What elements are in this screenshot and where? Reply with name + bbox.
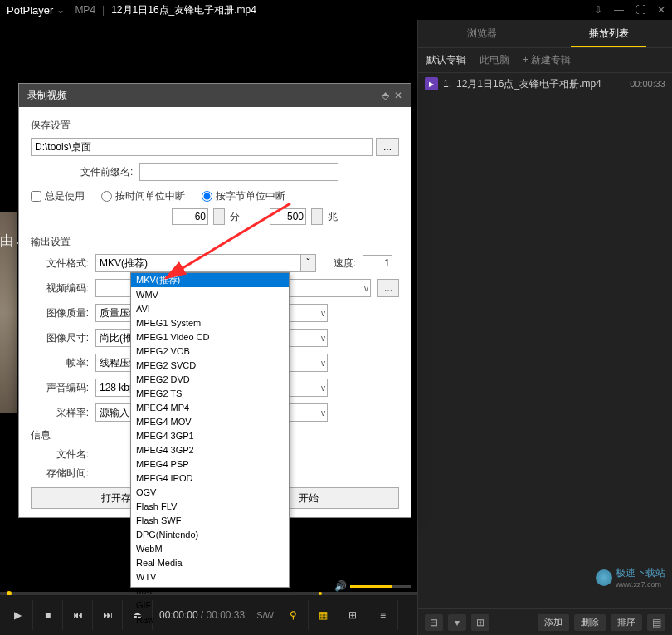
path-input[interactable]: [31, 138, 373, 156]
next-button[interactable]: ⏭: [93, 600, 123, 630]
format-option[interactable]: MPEG4 3GP1: [131, 428, 289, 442]
list-button[interactable]: ▦: [309, 600, 338, 630]
minimize-icon[interactable]: —: [614, 4, 624, 16]
byte-unit: 兆: [328, 210, 338, 224]
format-option[interactable]: AVI: [131, 301, 289, 315]
side-panel: 浏览器 播放列表 默认专辑 此电脑 + 新建专辑 ▶ 1. 12月1日16点_友…: [417, 20, 672, 635]
divider: |: [102, 4, 105, 16]
format-option[interactable]: Flash SWF: [131, 513, 289, 527]
item-name: 12月1日16点_友锋电子相册.mp4: [456, 77, 601, 91]
format-option[interactable]: MXF: [131, 584, 289, 598]
format-option[interactable]: DPG(Nintendo): [131, 527, 289, 541]
venc-label: 视频编码:: [31, 281, 89, 296]
time-unit: 分: [230, 210, 240, 224]
time-num-input[interactable]: [172, 208, 208, 225]
watermark-url: www.xz7.com: [616, 580, 665, 589]
stime-label: 存储时间:: [31, 466, 89, 481]
close-icon[interactable]: ✕: [657, 4, 665, 16]
format-option[interactable]: GIF: [131, 598, 289, 612]
format-option[interactable]: WTV: [131, 569, 289, 584]
format-option[interactable]: WebM: [131, 541, 289, 555]
dialog-titlebar[interactable]: 录制视频 ⬘ ✕: [19, 84, 411, 107]
browse-button[interactable]: ...: [376, 138, 399, 156]
pl-delete[interactable]: 删除: [574, 614, 606, 631]
format-option[interactable]: MPEG2 VOB: [131, 344, 289, 358]
playlist-toolbar: ⊟ ▾ ⊞ 添加 删除 排序 ▤: [418, 608, 672, 635]
speed-input[interactable]: [363, 255, 392, 271]
save-section-label: 保存设置: [31, 119, 399, 133]
file-title: 12月1日16点_友锋电子相册.mp4: [111, 3, 256, 17]
break-time-radio[interactable]: 按时间单位中断: [101, 189, 185, 203]
fname-label: 文件名:: [31, 447, 89, 462]
pl-add[interactable]: 添加: [538, 614, 569, 631]
format-combo[interactable]: MKV(推荐)ˇ: [95, 254, 316, 272]
pl-btn-2[interactable]: ▾: [448, 614, 466, 631]
side-tabs: 浏览器 播放列表: [418, 20, 672, 48]
tab-playlist[interactable]: 播放列表: [545, 20, 672, 47]
byte-spinner[interactable]: [311, 208, 323, 225]
dialog-pin-icon[interactable]: ⬘: [382, 90, 389, 101]
dialog-close-icon[interactable]: ✕: [394, 90, 402, 101]
playlist-item[interactable]: ▶ 1. 12月1日16点_友锋电子相册.mp4 00:00:33: [418, 73, 672, 95]
settings-button[interactable]: ⊞: [338, 600, 368, 630]
venc-more[interactable]: ...: [377, 279, 399, 297]
subtab-thispc[interactable]: 此电脑: [480, 53, 509, 67]
prev-button[interactable]: ⏮: [63, 600, 93, 630]
pin-icon[interactable]: ⇩: [594, 4, 602, 16]
pl-btn-1[interactable]: ⊟: [425, 614, 443, 631]
pl-btn-3[interactable]: ⊞: [471, 614, 489, 631]
fps-label: 帧率:: [31, 356, 89, 370]
format-option[interactable]: MPEG1 System: [131, 315, 289, 330]
speed-label: 速度:: [323, 256, 356, 271]
item-num: 1.: [443, 78, 451, 90]
chevron-down-icon[interactable]: ⌄: [56, 4, 65, 16]
chevron-icon[interactable]: ˇ: [300, 255, 315, 271]
format-option[interactable]: MPEG4 MP4: [131, 400, 289, 414]
format-option[interactable]: MPEG2 DVD: [131, 372, 289, 386]
subtab-add[interactable]: + 新建专辑: [523, 53, 571, 67]
stop-button[interactable]: ■: [33, 600, 63, 630]
format-option[interactable]: OGV: [131, 485, 289, 499]
always-checkbox[interactable]: 总是使用: [31, 189, 85, 203]
format-option[interactable]: Flash FLV: [131, 499, 289, 513]
watermark-logo: [596, 569, 612, 586]
format-option[interactable]: MPEG4 PSP: [131, 457, 289, 471]
format-option[interactable]: MKV(推荐): [131, 273, 289, 287]
item-duration: 00:00:33: [630, 79, 665, 89]
format-option[interactable]: MPEG4 3GP2: [131, 442, 289, 457]
format-badge: MP4: [75, 4, 95, 16]
format-option[interactable]: MPEG2 SVCD: [131, 358, 289, 372]
maximize-icon[interactable]: ⛶: [635, 4, 645, 16]
menu-button[interactable]: ≡: [368, 600, 398, 630]
pl-sort[interactable]: 排序: [611, 614, 642, 631]
format-option[interactable]: MPEG4 MOV: [131, 414, 289, 428]
format-dropdown[interactable]: MKV(推荐)WMVAVIMPEG1 SystemMPEG1 Video CDM…: [130, 272, 290, 588]
prefix-input[interactable]: [139, 163, 338, 181]
qual-label: 图像质量:: [31, 306, 89, 320]
format-option[interactable]: MPEG1 Video CD: [131, 330, 289, 344]
time-spinner[interactable]: [213, 208, 225, 225]
prefix-label: 文件前缀名:: [80, 165, 133, 179]
format-label: 文件格式:: [31, 256, 89, 271]
format-option[interactable]: Real Media: [131, 555, 289, 569]
watermark-name: 极速下载站: [616, 566, 665, 580]
volume-bar: 🔊: [334, 579, 417, 593]
media-icon: ▶: [425, 77, 438, 90]
app-name[interactable]: PotPlayer: [7, 4, 53, 17]
byte-num-input[interactable]: [270, 208, 306, 225]
format-option[interactable]: MPEG4 IPOD: [131, 471, 289, 485]
window-buttons: ⇩ — ⛶ ✕: [594, 4, 665, 16]
pl-btn-4[interactable]: ▤: [647, 614, 665, 631]
volume-icon[interactable]: 🔊: [334, 580, 347, 592]
format-option[interactable]: WMV: [131, 287, 289, 301]
format-option[interactable]: Raw: [131, 612, 289, 626]
titlebar: PotPlayer ⌄ MP4 | 12月1日16点_友锋电子相册.mp4 ⇩ …: [0, 0, 672, 20]
play-button[interactable]: ▶: [3, 600, 33, 630]
volume-track[interactable]: [350, 585, 411, 588]
format-option[interactable]: MPEG2 TS: [131, 386, 289, 400]
dialog-title: 录制视频: [27, 89, 67, 103]
aenc-label: 声音编码:: [31, 381, 89, 395]
tab-browser[interactable]: 浏览器: [418, 20, 545, 47]
break-byte-radio[interactable]: 按字节单位中断: [202, 189, 285, 203]
subtab-default[interactable]: 默认专辑: [426, 53, 466, 67]
